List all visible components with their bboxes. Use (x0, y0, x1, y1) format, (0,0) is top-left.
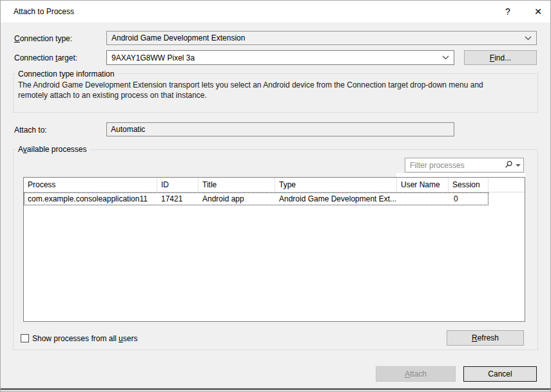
attach-to-label: Attach to: (14, 126, 47, 135)
find-button[interactable]: Find... (464, 50, 537, 65)
show-all-users-checkbox[interactable] (21, 334, 29, 342)
cell-process: com.example.consoleapplication11 (24, 194, 157, 203)
cell-title: Android app (198, 194, 275, 203)
show-all-users-label[interactable]: Show processes from all users (32, 334, 137, 343)
available-processes-legend: Available processes (15, 145, 90, 154)
connection-type-combobox[interactable]: Android Game Development Extension (106, 31, 537, 45)
filter-processes-input[interactable] (410, 161, 505, 170)
connection-target-value: 9AXAY1G8WW Pixel 3a (111, 53, 438, 62)
process-row-selected[interactable]: com.example.consoleapplication11 17421 A… (24, 192, 488, 205)
connection-type-info-text: The Android Game Development Extension t… (18, 80, 500, 100)
column-header-session[interactable]: Session (449, 178, 488, 192)
filter-processes-box[interactable] (405, 158, 524, 173)
column-header-filler (488, 178, 525, 192)
find-button-label: Find... (490, 53, 511, 62)
close-icon: × (534, 5, 541, 19)
help-icon: ? (505, 6, 510, 17)
connection-target-label: Connection target: (14, 53, 77, 62)
column-header-id[interactable]: ID (157, 178, 198, 192)
attach-to-field[interactable]: Automatic (106, 122, 454, 136)
attach-button[interactable]: Attach (376, 366, 456, 382)
cell-type: Android Game Development Ext... (275, 194, 397, 203)
title-bar[interactable]: Attach to Process ? × (1, 1, 550, 23)
column-header-title[interactable]: Title (198, 178, 275, 192)
refresh-button-label: Refresh (472, 333, 499, 342)
close-button[interactable]: × (526, 1, 550, 23)
connection-type-value: Android Game Development Extension (111, 33, 521, 42)
attach-button-label: Attach (405, 369, 427, 378)
cancel-button[interactable]: Cancel (463, 366, 537, 382)
cancel-button-label: Cancel (488, 369, 512, 378)
column-header-process[interactable]: Process (24, 178, 157, 192)
chevron-down-icon (525, 36, 532, 41)
dialog-title: Attach to Process (14, 7, 74, 16)
column-header-user-name[interactable]: User Name (397, 178, 449, 192)
process-table[interactable]: Process ID Title Type User Name Session … (23, 177, 525, 322)
cell-id: 17421 (157, 194, 198, 203)
connection-target-combobox[interactable]: 9AXAY1G8WW Pixel 3a (106, 50, 454, 65)
process-table-header: Process ID Title Type User Name Session (24, 178, 525, 192)
help-button[interactable]: ? (496, 1, 520, 23)
cell-session: 0 (449, 194, 488, 203)
attach-to-value: Automatic (111, 125, 145, 134)
chevron-down-icon (442, 55, 449, 60)
column-header-type[interactable]: Type (275, 178, 397, 192)
connection-type-label: Connection type: (14, 34, 72, 43)
filter-options-button[interactable] (505, 160, 521, 171)
filter-dropdown-arrow-icon (516, 164, 521, 167)
search-icon (505, 160, 513, 171)
connection-type-info-legend: Connection type information (15, 70, 117, 79)
refresh-button[interactable]: Refresh (447, 330, 524, 346)
